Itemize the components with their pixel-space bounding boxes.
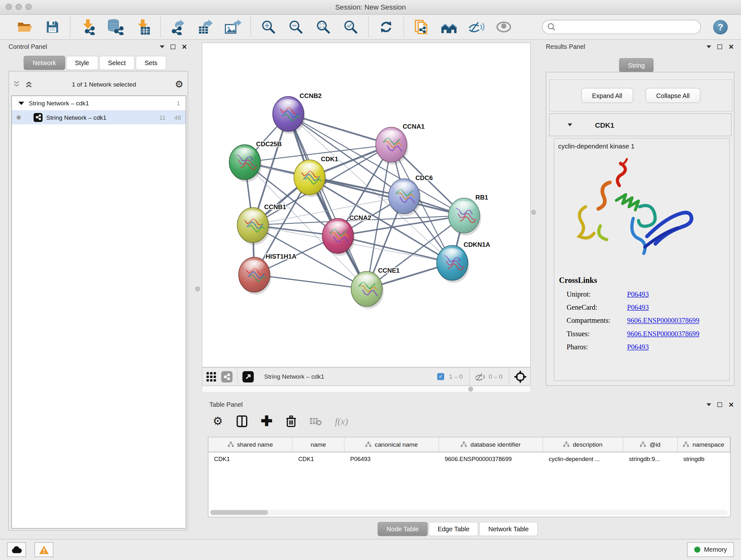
results-panel-close-icon[interactable]: ✕ (728, 43, 734, 50)
birdseye-crosshair-icon[interactable] (514, 370, 527, 383)
add-column-icon[interactable]: ✚ (261, 414, 273, 428)
table-options-gear-icon[interactable]: ⚙ (212, 416, 223, 427)
collection-expander-icon[interactable] (18, 102, 24, 105)
column-header-database-identifier[interactable]: database identifier (439, 437, 543, 451)
network-list-toolbar: 1 of 1 Network selected ⚙ (12, 76, 184, 92)
splitter-handle[interactable] (531, 210, 536, 215)
hidden-counts: 0 – 0 (488, 373, 502, 380)
import-network-button[interactable] (77, 16, 98, 38)
table-cell[interactable]: 9606.ENSP00000378699 (439, 452, 543, 465)
memory-label: Memory (704, 546, 727, 553)
tab-string[interactable]: String (619, 58, 654, 72)
network-view-type-icon[interactable] (221, 371, 232, 382)
zoom-selected-button[interactable] (340, 16, 361, 38)
table-row[interactable]: CDK1CDK1P064939606.ENSP00000378699cyclin… (208, 452, 730, 465)
warning-status-button[interactable] (35, 543, 53, 557)
tab-edge-table[interactable]: Edge Table (428, 522, 478, 536)
column-header-description[interactable]: description (543, 437, 623, 451)
table-cell[interactable]: cyclin-dependent ... (543, 452, 623, 465)
control-panel-menu-icon[interactable] (160, 45, 165, 48)
table-cell[interactable]: stringdb:9... (623, 452, 677, 465)
tab-select[interactable]: Select (99, 56, 135, 70)
network-collection-row[interactable]: String Network – cdk1 1 (12, 96, 186, 110)
tab-style[interactable]: Style (66, 56, 98, 70)
table-panel-float-icon[interactable] (718, 402, 722, 407)
help-button[interactable]: ? (713, 19, 728, 34)
network-node-CDC6[interactable]: CDC6 (388, 174, 433, 216)
clone-network-button[interactable] (411, 16, 432, 38)
node-label: HIST1H1A (266, 253, 296, 260)
control-panel-float-icon[interactable] (171, 44, 176, 49)
entry-expander-icon[interactable] (568, 124, 572, 126)
hide-unhide-button[interactable] (466, 16, 487, 38)
network-node-RB1[interactable]: RB1 (448, 194, 488, 236)
cloud-status-button[interactable] (7, 543, 26, 557)
results-panel-menu-icon[interactable] (706, 45, 711, 48)
table-horizontal-scrollbar[interactable] (210, 509, 728, 515)
import-network-from-database-button[interactable] (105, 16, 126, 38)
show-graphics-button[interactable] (493, 16, 515, 38)
crosslink-link[interactable]: 9606.ENSP00000378699 (627, 317, 699, 325)
crosslink-link[interactable]: P06493 (627, 304, 649, 312)
tab-sets[interactable]: Sets (136, 56, 166, 70)
table-panel-menu-icon[interactable] (706, 403, 711, 406)
detach-view-icon[interactable] (243, 371, 254, 382)
crosslink-link[interactable]: P06493 (627, 290, 649, 298)
save-session-button[interactable] (42, 16, 63, 38)
delete-column-trash-icon[interactable] (286, 415, 296, 428)
grid-view-icon[interactable] (206, 371, 217, 382)
expand-all-button[interactable]: Expand All (581, 88, 633, 103)
zoom-in-button[interactable] (258, 16, 279, 38)
open-session-button[interactable] (14, 16, 36, 38)
memory-button[interactable]: Memory (687, 543, 734, 557)
column-header-namespace[interactable]: namespace (678, 437, 730, 451)
column-header-canonical-name[interactable]: canonical name (345, 437, 439, 451)
splitter-handle[interactable] (468, 387, 473, 391)
export-network-button[interactable] (167, 16, 189, 38)
column-header-shared-name[interactable]: shared name (208, 437, 293, 451)
network-options-gear-icon[interactable]: ⚙ (175, 79, 184, 89)
table-cell[interactable]: CDK1 (293, 452, 345, 465)
network-edge[interactable] (288, 114, 367, 289)
result-entry-header[interactable]: CDK1 (549, 113, 732, 136)
horizontal-splitter[interactable] (202, 386, 531, 392)
refresh-view-button[interactable] (375, 16, 397, 38)
tab-network-table[interactable]: Network Table (479, 522, 538, 536)
collapse-all-button[interactable]: Collapse All (645, 88, 700, 103)
scrollbar-thumb[interactable] (210, 510, 268, 515)
network-row-selected[interactable]: String Network – cdk1 11 48 (12, 110, 186, 124)
selected-checkbox-icon[interactable]: ✓ (437, 373, 444, 380)
crosslink-link[interactable]: 9606.ENSP00000378699 (627, 330, 699, 338)
network-graph[interactable]: CCNB2CCNA1CDC25BCDK1CDC6RB1CCNB1CCNA2CDK… (202, 43, 530, 367)
table-cell[interactable]: P06493 (345, 452, 439, 465)
export-table-button[interactable] (195, 16, 216, 38)
network-node-HIST1H1A[interactable]: HIST1H1A (239, 253, 296, 295)
search-icon (547, 23, 556, 31)
node-table: shared namenamecanonical namedatabase id… (208, 437, 731, 517)
column-header-@id[interactable]: @id (623, 437, 677, 451)
zoom-out-button[interactable] (285, 16, 307, 38)
expand-all-icon[interactable] (24, 80, 33, 88)
zoom-fit-button[interactable] (313, 16, 334, 38)
crosslink-label: Uniprot: (567, 290, 627, 298)
network-canvas[interactable]: CCNB2CCNA1CDC25BCDK1CDC6RB1CCNB1CCNA2CDK… (202, 43, 531, 367)
search-input[interactable] (556, 23, 695, 31)
table-panel-close-icon[interactable]: ✕ (728, 401, 734, 408)
home-network-button[interactable] (438, 16, 460, 38)
table-cell[interactable]: stringdb (678, 452, 730, 465)
crosslink-link[interactable]: P06493 (627, 343, 649, 351)
network-node-CCNA1[interactable]: CCNA1 (376, 123, 424, 165)
network-node-CCNB2[interactable]: CCNB2 (273, 92, 321, 134)
column-header-name[interactable]: name (293, 437, 345, 451)
export-image-button[interactable] (222, 16, 244, 38)
table-cell[interactable]: CDK1 (208, 452, 293, 465)
network-node-CDKN1A[interactable]: CDKN1A (436, 241, 490, 283)
tab-node-table[interactable]: Node Table (378, 522, 428, 536)
control-panel-close-icon[interactable]: ✕ (182, 43, 187, 50)
results-panel-float-icon[interactable] (718, 44, 722, 49)
tab-network[interactable]: Network (23, 56, 65, 70)
import-table-button[interactable] (132, 16, 153, 38)
collapse-all-icon[interactable] (12, 80, 21, 88)
splitter-handle[interactable] (195, 287, 200, 291)
select-columns-icon[interactable] (236, 415, 248, 428)
